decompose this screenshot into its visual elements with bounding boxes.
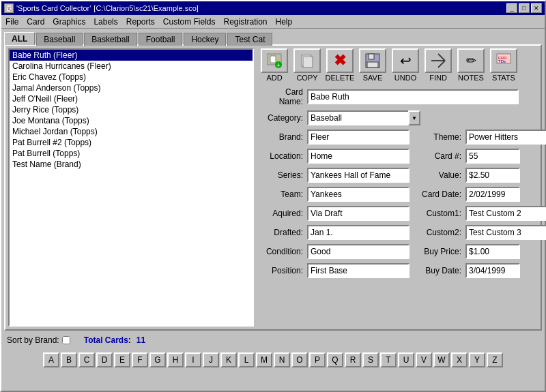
- alpha-n[interactable]: N: [274, 352, 290, 367]
- delete-button[interactable]: ✖ DELETE: [325, 48, 355, 82]
- value-group: Value:: [418, 168, 520, 183]
- aquired-row: Aquired: Custom1:: [259, 206, 546, 221]
- alpha-x[interactable]: X: [451, 352, 468, 367]
- card-name-input[interactable]: [307, 89, 519, 104]
- list-item[interactable]: Pat Burrell #2 (Topps): [10, 137, 253, 148]
- value-input[interactable]: [465, 168, 520, 183]
- brand-input[interactable]: [307, 130, 410, 145]
- alpha-r[interactable]: R: [345, 352, 361, 367]
- condition-input[interactable]: [307, 244, 410, 259]
- find-button[interactable]: FIND: [423, 48, 453, 82]
- undo-button[interactable]: ↩ UNDO: [390, 48, 420, 82]
- minimize-button[interactable]: _: [506, 3, 517, 13]
- alpha-m[interactable]: M: [256, 352, 272, 367]
- stats-button[interactable]: ERRTDs STATS: [489, 48, 519, 82]
- alpha-d[interactable]: D: [96, 352, 113, 367]
- card-num-input[interactable]: [465, 149, 520, 164]
- list-item[interactable]: Eric Chavez (Topps): [10, 72, 253, 82]
- team-input[interactable]: [307, 187, 410, 202]
- alpha-a[interactable]: A: [43, 352, 59, 367]
- alpha-u[interactable]: U: [398, 352, 414, 367]
- tab-hockey[interactable]: Hockey: [184, 33, 226, 46]
- svg-line-11: [438, 61, 445, 67]
- list-item[interactable]: Test Name (Brand): [10, 159, 253, 170]
- drafted-input[interactable]: [307, 225, 410, 240]
- buy-price-group: Buy Price:: [418, 244, 520, 259]
- card-num-label: Card #:: [418, 151, 465, 161]
- alpha-e[interactable]: E: [114, 352, 130, 367]
- alpha-y[interactable]: Y: [469, 352, 485, 367]
- menu-card[interactable]: Card: [23, 16, 48, 27]
- tab-test-cat[interactable]: Test Cat: [227, 33, 272, 46]
- buy-price-input[interactable]: [465, 244, 520, 259]
- menu-registration[interactable]: Registration: [219, 16, 271, 27]
- alpha-z[interactable]: Z: [487, 352, 503, 367]
- alpha-w[interactable]: W: [433, 352, 450, 367]
- menu-graphics[interactable]: Graphics: [48, 16, 89, 27]
- category-dropdown-arrow[interactable]: ▼: [408, 110, 420, 125]
- window-title: 'Sports Card Collector': [16, 4, 91, 12]
- menu-file[interactable]: File: [1, 16, 23, 27]
- list-item[interactable]: Jerry Rice (Topps): [10, 104, 253, 115]
- aquired-input[interactable]: [307, 206, 410, 221]
- total-cards-count: 11: [136, 335, 145, 345]
- menu-help[interactable]: Help: [272, 16, 297, 27]
- list-item[interactable]: Michael Jordan (Topps): [10, 126, 253, 137]
- sort-by-brand-checkbox[interactable]: [62, 336, 70, 344]
- alpha-s[interactable]: S: [362, 352, 379, 367]
- buy-date-input[interactable]: [465, 263, 520, 278]
- value-label: Value:: [418, 170, 465, 180]
- alpha-c[interactable]: C: [78, 352, 95, 367]
- alpha-o[interactable]: O: [291, 352, 308, 367]
- alpha-j[interactable]: J: [203, 352, 219, 367]
- list-item[interactable]: Pat Burrell (Topps): [10, 148, 253, 159]
- list-item[interactable]: Jeff O'Neill (Fleer): [10, 93, 253, 104]
- category-select[interactable]: Baseball Basketball Football Hockey: [307, 110, 410, 125]
- list-panel: Babe Ruth (Fleer) Carolina Hurricanes (F…: [8, 48, 254, 327]
- menu-labels[interactable]: Labels: [89, 16, 121, 27]
- notes-button[interactable]: ✏ NOTES: [456, 48, 486, 82]
- alpha-l[interactable]: L: [238, 352, 255, 367]
- list-item[interactable]: Jamal Anderson (Topps): [10, 82, 253, 93]
- series-input[interactable]: [307, 168, 410, 183]
- alpha-v[interactable]: V: [416, 352, 432, 367]
- condition-label: Condition:: [259, 247, 307, 256]
- list-item[interactable]: Babe Ruth (Fleer): [10, 50, 253, 61]
- tab-baseball[interactable]: Baseball: [36, 33, 83, 46]
- list-item[interactable]: Carolina Hurricanes (Fleer): [10, 61, 253, 72]
- alpha-b[interactable]: B: [61, 352, 77, 367]
- alpha-t[interactable]: T: [380, 352, 397, 367]
- condition-row: Condition: Buy Price:: [259, 244, 546, 259]
- custom1-input[interactable]: [465, 206, 546, 221]
- alpha-g[interactable]: G: [149, 352, 166, 367]
- menu-custom-fields[interactable]: Custom Fields: [159, 16, 220, 27]
- tab-basketball[interactable]: Basketball: [84, 33, 136, 46]
- custom2-input[interactable]: [465, 225, 546, 240]
- close-button[interactable]: ✕: [531, 3, 542, 13]
- position-input[interactable]: [307, 263, 410, 278]
- card-list[interactable]: Babe Ruth (Fleer) Carolina Hurricanes (F…: [8, 48, 254, 327]
- alpha-k[interactable]: K: [220, 352, 237, 367]
- card-date-input[interactable]: [465, 187, 520, 202]
- menu-reports[interactable]: Reports: [122, 16, 159, 27]
- alpha-i[interactable]: I: [185, 352, 201, 367]
- copy-icon: [293, 48, 321, 73]
- add-button[interactable]: + ADD: [259, 48, 289, 82]
- location-input[interactable]: [307, 149, 410, 164]
- stats-label: STATS: [492, 74, 515, 82]
- svg-text:TDs: TDs: [498, 59, 506, 63]
- alpha-h[interactable]: H: [167, 352, 184, 367]
- copy-button[interactable]: COPY: [292, 48, 322, 82]
- card-date-group: Card Date:: [418, 187, 520, 202]
- theme-input[interactable]: [465, 130, 546, 145]
- right-panel: + ADD COPY ✖ DELETE: [254, 48, 546, 327]
- save-button[interactable]: SAVE: [358, 48, 388, 82]
- tab-all[interactable]: ALL: [4, 32, 35, 45]
- list-item[interactable]: Joe Montana (Topps): [10, 115, 253, 126]
- maximize-button[interactable]: □: [519, 3, 530, 13]
- alpha-p[interactable]: P: [309, 352, 326, 367]
- alpha-f[interactable]: F: [132, 352, 148, 367]
- category-label: Category:: [259, 113, 307, 123]
- alpha-q[interactable]: Q: [327, 352, 343, 367]
- tab-football[interactable]: Football: [139, 33, 183, 46]
